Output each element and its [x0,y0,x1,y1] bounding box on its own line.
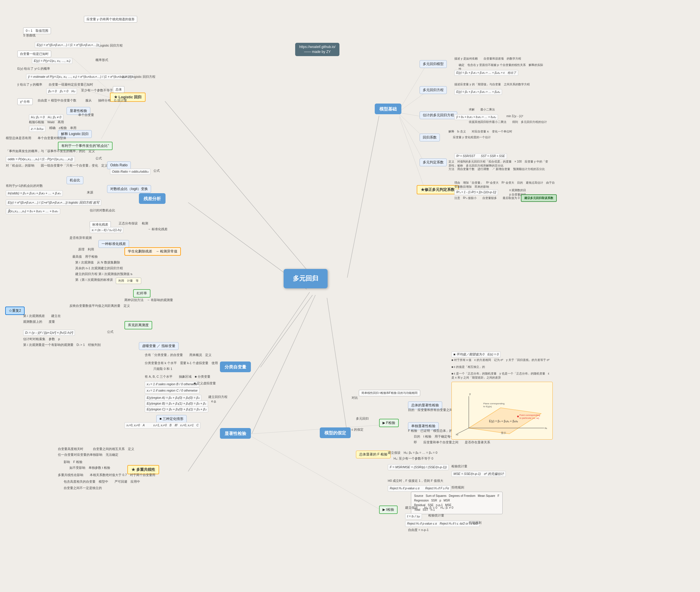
max-val: 最高值 用于检验 [72,254,98,259]
odds-ratio-formula-label: 公式 [153,168,160,173]
other-var: 依据其他回归软件最小二乘法 得到 多元回归方程的估计 [469,120,547,124]
residual-principle: 原理 利用 [78,247,94,252]
coeff-y: 应变量 y 变化程度的一个估计 [453,135,491,139]
url-box: https://woaleif.github.io/ —— made by ZY [295,43,339,56]
param-estimate: 估计时对检索集 参数 p [23,337,60,341]
cat-var-node: 分类自变量 [220,361,251,372]
h0-valid: H0 成立时，F 值接近 1，否则 F 值很大 [388,479,443,483]
abc-levels: 有 A, B, C 三个水平 抽象区域 ■ 分类变量 [145,375,211,379]
studentized-deleted: 学生化删除残差 → 检测异常值 [125,247,181,256]
t-stat-label: 检验统计量 [428,513,444,518]
model-basics-node: 模型基础 [375,104,401,114]
logistic-top1: 应变量 y 仍有两个彼此细遗的值形 [84,16,137,22]
x1-def: ■ 定义虚拟变量 [194,381,216,386]
multi-f-label: 多元回归 [356,416,369,421]
y-normal: ■ ε 是一个「正态分布」的随机变量 y 也是一个「正态分布」的随机变量 ε 是… [452,372,553,380]
mind-map-container: 多元回归 https://woaleif.github.io/ —— made … [0,0,700,592]
url-line2: —— made by ZY [299,49,335,54]
reject-label-f: 拒绝规则 [452,485,464,490]
est-logit: β̂(x₁,x₂,…,xₙ) = b₀ + b₁x₁ + … + bₙxₙ [6,208,60,214]
impact-f: 影响 F 检验 [64,460,83,464]
coeff-desc: 解释 bᵢ 含义 对应自变量 xᵢ 变化一个单位时 [449,130,512,134]
ey-c: E(y|region C) = β₀ + β₁(0) + β₂(1) = β₀ … [145,406,208,412]
yhat-formula: ŷ = estimate of P(y=1|x₁, x₂, …, xₙ) = e… [26,74,134,80]
explain-logistic-label: 解释 Logistic 回归 [61,132,89,136]
z-formula: zᵢ = bᵢ/sᵦᵢ [29,126,45,132]
simple-vs-multi: 简单线性回归 t检验和F检验 目的与功能相同 [359,390,420,396]
svg-text:x₂: x₂ [456,433,458,436]
anova-table: Source Sum of Squares Degrees of Freedom… [411,492,503,514]
predicted-val: 建立的回归方程 第 i 次观测值的预测值 sᵢ [75,272,133,276]
chi-sq-df: 自由度 = 模型中自变量个数 [38,98,77,103]
influential-obs: 第 i 次观测量是一个有影响的观测量 Dᵢ > 1 经验判别 [23,343,101,347]
center-label: 多元回归 [293,275,318,282]
t-test-node: ▶ t检验 [379,505,398,514]
odds-ratio-formula: Odds Ratio = odds₁/odds₀ [110,168,150,175]
svg-line-7 [101,101,122,139]
svg-text:y: y [469,392,471,395]
normal-dist-note: ■ ε 的值是「相互独立」的 [452,365,485,369]
adj-r2-reason: 理由 增加「自变量」 R² 会变大 R² 会变大 目的 避免过高估计 由于自变量… [454,181,556,189]
adj-r2-suggest: 建议多元回归取该系数 [521,194,557,202]
x2-formula: x₂ = 1 if sales region C / 0 otherwise [145,388,200,394]
logit-transform: 对数机会比（logit）变换 [107,185,151,193]
two-methods: 两种识别方法 → 有影响的观测量 [125,298,173,302]
cook-dist: 库克距离测度 [125,321,152,330]
t-formula: t = bᵢ / sᵦᵢ [405,513,422,520]
svg-line-23 [457,428,469,434]
svg-line-17 [252,437,379,509]
t-between: 即 应变量和单个自变量之间 是否存在显著关系 [414,440,490,445]
odds-ratio-node: Odds Ratio [107,161,131,169]
svg-text:x₁: x₁ [545,427,547,430]
svg-text:Plane corresponding: Plane corresponding [483,402,504,405]
reflect-x: 反映自变量数值平均值之间距离的量 定义 [69,304,130,308]
ey-prob-label: E(y) 给出了 y=1 的概率 [17,66,50,71]
sig-test-node: 显著性检验 [220,428,251,439]
log-odds-formula: ln(odds) = β₀ + β₁x₁ + β₂x₂ + … + βₙxₙ [6,190,63,196]
obs-data: 观测数据上的 度量 [23,319,55,324]
odds-formula-label: 公式 [95,156,102,160]
from-n-data: 第 i 次观测值 从 N 数据集删除 [75,260,120,265]
log-odds: 有利于y=1的机会比的对数 [6,184,43,188]
individual-var: 单个自变量 [78,113,94,117]
f-h0: 建立假设 H₀: β₁ = β₂ = … = βₙ = 0 [388,451,437,455]
logistic-s-curve: S 形曲线 [23,33,36,38]
estimated-logistic: 估计的 logistic 回归方程 [122,75,155,79]
g-stat: 检验G检验 Wald 再用 [29,120,64,125]
reject-label-t: 拒绝规则 [469,521,481,525]
adj-r2-formula: R²ₐ = 1 - (1-R²) × [(n-1)/(n-p-1)] [454,189,498,195]
leverage-section: 杠杆率 [133,289,150,298]
normal-dist-check: 正态分布假设 检测 [119,221,148,226]
multi-col-impact: 多重共线性在影响 本相关系数绝对值大于 0.7 对于两个自变量而 [58,473,155,477]
cook-formula-label: 公式 [107,330,113,334]
f-stat-label: 检验统计量 [452,464,467,468]
ey-a: E(y|region A) = β₀ + β₁(0) + β₂(0) = β₀ [145,395,201,401]
prob-label: 概率形式 [95,58,108,62]
svg-text:to particular (x₁, x₂): to particular (x₁, x₂) [519,417,539,420]
plane-diagram: E(y) = β₀ + β₁x₁ + β₂x₂ 显示 y x₁ x₂ Plane… [454,385,550,437]
multi-r2-node: 多元判定系数 [420,158,447,166]
ey-logistic: E(y) = e^(β₀+β₁x₁+…) / (1+e^(β₀+β₁x₁+…))… [6,200,101,206]
yhat-prob: ŷ 给出了 y 的概率 自变量一组最特定应变量已知时 [17,83,93,87]
est-multi-seek: 求解 最小二乘法 [469,108,495,112]
three-cases: ■ 三种定化情形 [156,415,187,423]
cook-formula: Dᵢ = (yᵢ - ŷ)² / [(p+1)s²] × [hᵢ/(1-hᵢ)²… [23,330,75,336]
svg-text:E(y) = β₀ + β₁x₁ + β₂x₂: E(y) = β₀ + β₁x₁ + β₂x₂ [489,420,518,423]
k-dummy: 分类变量含有 k 个水平 需要 k-1 个虚拟变量 使用 [145,361,218,365]
multi-reg-formula: E(y) = β₀ + β₁x₁ + β₂x₂ + … + βₚxₚ + ε 给… [454,70,518,76]
e-epsilon: ■ 平均值／期望值为 0 E(ε) = 0 [452,351,501,357]
r2-formula: R² = SSR/SST SST = SSR + SSE [454,153,507,159]
blue-box2: ☆重复2 [5,306,25,315]
f-formula: F = MSR/MSE = (SSR/p) / (SSE/(n-p-1)) [388,464,449,470]
not-independent: 自变量之间不一定是独立的 [64,486,102,490]
multi-reg-eq-formula: E(y) = β₀ + β₁x₁ + β₂x₂ + … + βₚxₚ [454,89,502,95]
precise-z: 精确 z检验 单用 [49,126,77,130]
est-multi-reg: 估计的多元回归方程 [420,111,457,119]
diagram-box: E(y) = β₀ + β₁x₁ + β₂x₂ 显示 y x₁ x₂ Plane… [452,382,553,440]
jihuibi: 机会比 [66,177,83,184]
chi-sq-follow: 服从 抽样分布 G 统计量 [85,98,127,103]
h0-h1: H₀: β₁ = 0 H₁: β₁ ≠ 0 [29,114,63,120]
remaining-n1: 其余的 n-1 次观测建立的回归方程 [75,266,123,270]
build-eq: 建立回归方程 [208,395,227,399]
f-test-node: ▶ F检验 [379,419,399,427]
